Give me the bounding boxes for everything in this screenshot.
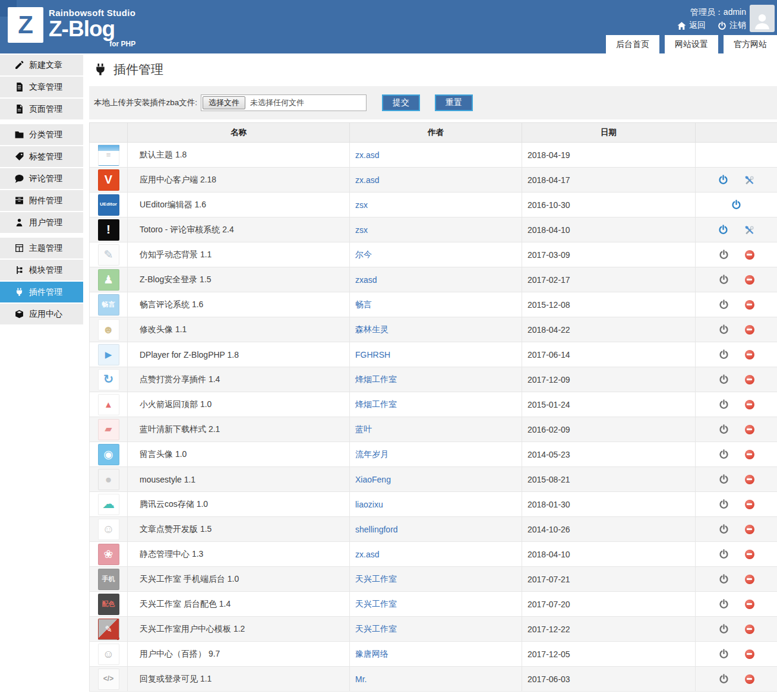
remove-icon[interactable] bbox=[745, 525, 754, 534]
remove-icon[interactable] bbox=[745, 649, 754, 659]
tab-site-settings[interactable]: 网站设置 bbox=[665, 35, 718, 53]
col-author-header: 作者 bbox=[350, 123, 522, 143]
remove-icon[interactable] bbox=[745, 325, 754, 335]
disable-power-icon[interactable] bbox=[719, 449, 729, 459]
remove-icon[interactable] bbox=[745, 400, 754, 409]
settings-icon[interactable] bbox=[744, 225, 755, 235]
plugin-author-link[interactable]: liaozixu bbox=[355, 500, 383, 509]
sidebar-item-post-mgmt[interactable]: 文章管理 bbox=[0, 77, 83, 97]
plugin-author-link[interactable]: 烽烟工作室 bbox=[355, 399, 397, 409]
post-mgmt-icon bbox=[15, 83, 24, 92]
sidebar-item-plugin-mgmt[interactable]: 插件管理 bbox=[0, 282, 83, 302]
tab-admin-home[interactable]: 后台首页 bbox=[606, 35, 659, 53]
plugin-author-link[interactable]: zsx bbox=[355, 225, 368, 235]
disable-power-icon[interactable] bbox=[719, 599, 729, 609]
ueditor-thumb: UEditor bbox=[98, 194, 119, 216]
choose-file-button[interactable]: 选择文件 bbox=[203, 96, 245, 109]
disable-power-icon[interactable] bbox=[719, 499, 729, 509]
disable-power-icon[interactable] bbox=[719, 674, 729, 684]
table-row: 配色 天兴工作室 后台配色 1.4 天兴工作室 2017-07-20 bbox=[90, 592, 777, 617]
tab-official-site[interactable]: 官方网站 bbox=[724, 35, 777, 53]
sidebar-item-module-mgmt[interactable]: 模块管理 bbox=[0, 260, 83, 280]
remove-icon[interactable] bbox=[745, 300, 754, 310]
plugin-name: 修改头像 1.1 bbox=[128, 317, 350, 342]
remove-icon[interactable] bbox=[745, 550, 754, 559]
disable-power-icon[interactable] bbox=[719, 574, 729, 584]
remove-icon[interactable] bbox=[745, 275, 754, 285]
plugin-author-link[interactable]: Mr. bbox=[355, 674, 367, 684]
sidebar-item-tag-mgmt[interactable]: 标签管理 bbox=[0, 146, 83, 167]
plugin-author-link[interactable]: zx.asd bbox=[355, 550, 379, 559]
disable-power-icon[interactable] bbox=[719, 349, 729, 360]
sidebar-item-comment-mgmt[interactable]: 评论管理 bbox=[0, 168, 83, 189]
plugin-name: 天兴工作室用户中心模板 1.2 bbox=[128, 617, 350, 642]
settings-icon[interactable] bbox=[744, 175, 755, 185]
plugin-author-link[interactable]: 烽烟工作室 bbox=[355, 374, 397, 384]
remove-icon[interactable] bbox=[745, 425, 754, 434]
remove-icon[interactable] bbox=[745, 250, 754, 260]
disable-power-icon[interactable] bbox=[719, 624, 729, 634]
plugin-author-link[interactable]: 天兴工作室 bbox=[355, 624, 397, 633]
remove-icon[interactable] bbox=[745, 475, 754, 484]
user-center-template-thumb: ✎ bbox=[98, 619, 119, 640]
enable-power-icon[interactable] bbox=[718, 225, 728, 235]
disable-power-icon[interactable] bbox=[719, 474, 729, 484]
remove-icon[interactable] bbox=[745, 500, 754, 509]
plugin-author-link[interactable]: zx.asd bbox=[355, 175, 379, 185]
plugin-author-link[interactable]: 尔今 bbox=[355, 250, 372, 259]
disable-power-icon[interactable] bbox=[719, 424, 729, 434]
plugin-author-link[interactable]: shellingford bbox=[355, 525, 398, 534]
table-row: ✎ 天兴工作室用户中心模板 1.2 天兴工作室 2017-12-22 bbox=[90, 617, 777, 642]
enable-power-icon[interactable] bbox=[731, 200, 741, 210]
sidebar-item-new-post[interactable]: 新建文章 bbox=[0, 55, 83, 75]
brand-studio: Rainbowsoft Studio bbox=[49, 8, 135, 17]
sidebar-item-category-mgmt[interactable]: 分类管理 bbox=[0, 124, 83, 145]
disable-power-icon[interactable] bbox=[719, 374, 729, 384]
plugin-author-link[interactable]: zsx bbox=[355, 200, 368, 210]
remove-icon[interactable] bbox=[745, 375, 754, 384]
logout-link[interactable]: 注销 bbox=[718, 20, 746, 31]
file-input[interactable]: 选择文件 未选择任何文件 bbox=[201, 94, 367, 111]
plugin-author-link[interactable]: 流年岁月 bbox=[355, 449, 389, 459]
sidebar-item-app-center[interactable]: 应用中心 bbox=[0, 304, 83, 324]
disable-power-icon[interactable] bbox=[719, 275, 729, 285]
avatar[interactable] bbox=[750, 5, 775, 32]
user-center-thumb: ☺ bbox=[98, 644, 119, 665]
remove-icon[interactable] bbox=[745, 600, 754, 609]
disable-power-icon[interactable] bbox=[719, 524, 729, 534]
plugin-author-link[interactable]: 畅言 bbox=[355, 299, 372, 309]
sidebar-item-user-mgmt[interactable]: 用户管理 bbox=[0, 212, 83, 233]
plugin-author-link[interactable]: 森林生灵 bbox=[355, 324, 389, 334]
disable-power-icon[interactable] bbox=[719, 324, 729, 335]
upload-label: 本地上传并安装插件zba文件: bbox=[94, 97, 197, 108]
plugin-date: 2018-04-10 bbox=[522, 542, 696, 567]
submit-button[interactable]: 提交 bbox=[382, 94, 420, 111]
remove-icon[interactable] bbox=[745, 450, 754, 459]
plugin-author-link[interactable]: zxasd bbox=[355, 275, 377, 285]
reset-button[interactable]: 重置 bbox=[435, 94, 473, 111]
theme-mgmt-icon bbox=[15, 244, 24, 253]
remove-icon[interactable] bbox=[745, 674, 754, 684]
sidebar-item-attachment-mgmt[interactable]: 附件管理 bbox=[0, 190, 83, 211]
plugin-author-link[interactable]: FGHRSH bbox=[355, 350, 390, 360]
remove-icon[interactable] bbox=[745, 625, 754, 634]
sidebar-item-theme-mgmt[interactable]: 主题管理 bbox=[0, 238, 83, 258]
remove-icon[interactable] bbox=[745, 350, 754, 360]
back-link[interactable]: 返回 bbox=[677, 20, 706, 31]
plugin-author-link[interactable]: 天兴工作室 bbox=[355, 574, 397, 584]
disable-power-icon[interactable] bbox=[719, 549, 729, 559]
remove-icon[interactable] bbox=[745, 575, 754, 584]
disable-power-icon[interactable] bbox=[719, 649, 729, 659]
plugin-author-link[interactable]: XiaoFeng bbox=[355, 475, 391, 484]
plugin-author-link[interactable]: 豫唐网络 bbox=[355, 649, 389, 658]
plugin-author-link[interactable]: zx.asd bbox=[355, 150, 379, 160]
disable-power-icon[interactable] bbox=[719, 299, 729, 310]
disable-power-icon[interactable] bbox=[719, 399, 729, 409]
home-icon bbox=[677, 21, 686, 30]
sidebar-item-page-mgmt[interactable]: 页面管理 bbox=[0, 99, 83, 119]
sidebar-nav: 新建文章 文章管理 页面管理 分类管理 标签管理 评论管理 附件管理 用户管理 … bbox=[0, 55, 83, 326]
enable-power-icon[interactable] bbox=[718, 175, 728, 185]
plugin-author-link[interactable]: 蓝叶 bbox=[355, 424, 372, 434]
disable-power-icon[interactable] bbox=[719, 250, 729, 260]
plugin-author-link[interactable]: 天兴工作室 bbox=[355, 599, 397, 608]
